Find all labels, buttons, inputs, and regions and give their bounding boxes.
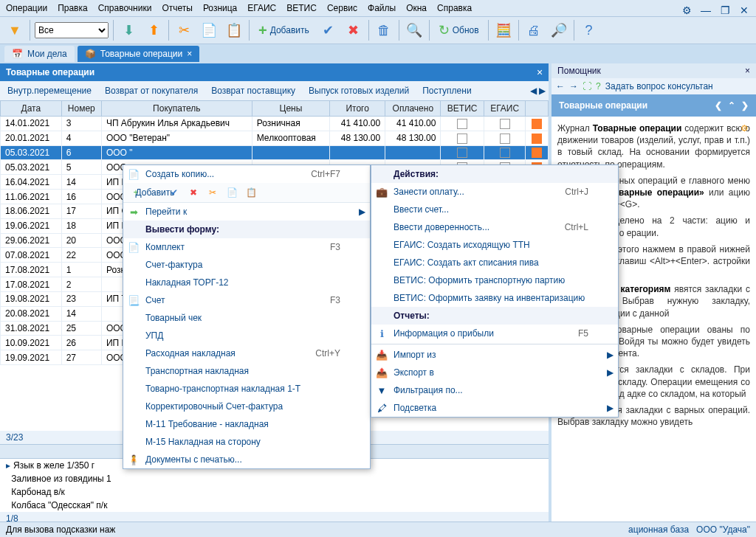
menu-item[interactable]: ВЕТИС <box>286 3 317 13</box>
refresh-button[interactable]: ↻Обнов <box>434 20 484 41</box>
subtab[interactable]: Поступлени <box>422 86 471 96</box>
grid-header[interactable]: Номер <box>61 101 101 117</box>
ctx-form-item[interactable]: Транспортная накладная <box>123 362 370 380</box>
ctx-action-item[interactable]: Ввести доверенность...Ctrl+L <box>371 218 618 236</box>
subtab[interactable]: Выпуск готовых изделий <box>309 86 409 96</box>
delete-icon[interactable]: ✖ <box>187 186 200 199</box>
minimize-icon[interactable]: — <box>698 3 713 18</box>
calc-icon[interactable]: 🧮 <box>493 20 514 41</box>
menu-item[interactable]: Справочники <box>98 3 152 13</box>
ctx-other-item[interactable]: 📤Экспорт в▶ <box>371 364 618 381</box>
trash-icon[interactable]: 🗑 <box>374 20 394 41</box>
ctx-form-item[interactable]: 📄КомплектF3 <box>123 238 370 256</box>
list-item[interactable]: Заливное из говядины 1 <box>0 472 549 485</box>
menu-item[interactable]: Окна <box>406 3 427 13</box>
ctx-action-item[interactable]: Ввести счет... <box>371 201 618 218</box>
menu-item[interactable]: Отчеты <box>162 3 192 13</box>
cut-icon[interactable]: ✂ <box>173 20 194 41</box>
help-icon[interactable]: ? <box>579 20 599 41</box>
grid-header[interactable]: Покупатель <box>101 101 252 117</box>
ctx-form-item[interactable]: Корректировочный Счет-фактура <box>123 398 370 415</box>
ctx-form-item[interactable]: Накладная ТОРГ-12 <box>123 274 370 291</box>
check-icon[interactable]: ✔ <box>318 20 339 41</box>
nav-right-icon[interactable]: ❯ <box>741 100 749 111</box>
close-help-icon[interactable]: × <box>745 66 750 76</box>
ctx-action-item[interactable]: ВЕТИС: Оформить транспортную партию <box>371 271 618 289</box>
ctx-form-item[interactable]: М-15 Накладная на сторону <box>123 433 370 451</box>
ctx-action-item[interactable]: 💼Занести оплату...Ctrl+J <box>371 183 618 201</box>
check-icon[interactable]: ✔ <box>168 186 181 199</box>
move-down-icon[interactable]: ⬇ <box>118 20 139 41</box>
grid-header[interactable] <box>526 101 549 117</box>
ctx-other-item[interactable]: 📥Импорт из▶ <box>371 346 618 364</box>
gear-icon[interactable]: ⚙ <box>679 3 694 18</box>
copy-icon[interactable]: 📄 <box>225 186 238 199</box>
copy-icon[interactable]: 📄 <box>199 20 219 41</box>
menu-item[interactable]: Файлы <box>368 3 396 13</box>
menu-item[interactable]: Правка <box>58 3 88 13</box>
ctx-action-item[interactable]: ВЕТИС: Оформить заявку на инвентаризацию <box>371 289 618 307</box>
subtab[interactable]: Внутр.перемещение <box>7 86 92 96</box>
subtab[interactable]: Возврат поставщику <box>211 86 295 96</box>
list-item[interactable]: Колбаса "Одесская" п/к <box>0 499 549 512</box>
subtab[interactable]: Возврат от покупателя <box>105 86 198 96</box>
cut-icon[interactable]: ✂ <box>206 186 219 199</box>
forward-icon[interactable]: → <box>569 81 578 91</box>
paste-icon[interactable]: 📋 <box>244 186 258 199</box>
back-icon[interactable]: ← <box>556 81 565 91</box>
tab-mydeals[interactable]: 📅Мои дела <box>4 46 75 62</box>
tab-goods-ops[interactable]: 📦Товарные операции× <box>78 46 199 62</box>
grid-header[interactable]: Цены <box>252 101 329 117</box>
print-icon[interactable]: 🖨 <box>523 20 544 41</box>
add-button[interactable]: +Добавить <box>254 20 314 41</box>
ctx-action-item[interactable]: ЕГАИС: Создать исходящую ТТН <box>371 236 618 254</box>
list-item[interactable]: Карбонад в/к <box>0 485 549 499</box>
settings-gear-icon[interactable]: ⚙ <box>740 122 749 134</box>
tab-close-icon[interactable]: × <box>187 49 192 59</box>
paste-icon[interactable]: 📋 <box>224 20 244 41</box>
close-icon[interactable]: ✕ <box>737 3 752 18</box>
scroll-right-icon[interactable]: ◀ ▶ <box>527 84 549 97</box>
ctx-form-item[interactable]: М-11 Требование - накладная <box>123 415 370 433</box>
type-select[interactable]: Все <box>35 22 109 38</box>
ctx-form-item[interactable]: Расходная накладнаяCtrl+Y <box>123 344 370 362</box>
preview-icon[interactable]: 🔎 <box>549 20 569 41</box>
table-row[interactable]: 14.01.20213ЧП Абрукин Илья АркадьевичРоз… <box>1 117 549 131</box>
ctx-action-item[interactable]: ЕГАИС: Создать акт списания пива <box>371 254 618 271</box>
ctx-form-item[interactable]: 🧍Документы с печатью... <box>123 451 370 468</box>
ctx-form-item[interactable]: Счет-фактура <box>123 256 370 274</box>
menu-item[interactable]: Операции <box>6 3 47 13</box>
table-row[interactable]: 20.01.20214ООО "Ветеран"Мелкооптовая48 1… <box>1 131 549 145</box>
expand-icon[interactable]: ⛶ <box>583 81 591 91</box>
ask-link[interactable]: Задать вопрос консультан <box>605 81 713 91</box>
status-bar: Для вызова подсказки наж ационная база О… <box>0 522 756 537</box>
nav-left-icon[interactable]: ❮ <box>715 100 722 111</box>
ctx-copy[interactable]: 📄Создать копию...Ctrl+F7 <box>123 165 370 183</box>
grid-header[interactable]: Оплачено <box>385 101 441 117</box>
close-panel-icon[interactable]: × <box>537 66 543 78</box>
menu-item[interactable]: Розница <box>203 3 237 13</box>
grid-header[interactable]: ВЕТИС <box>441 101 484 117</box>
grid-header[interactable]: Дата <box>1 101 62 117</box>
menu-item[interactable]: Сервис <box>327 3 357 13</box>
ctx-goto[interactable]: ➡Перейти к▶ <box>123 203 370 221</box>
ctx-report-item[interactable]: ℹИнформация о прибылиF5 <box>371 325 618 342</box>
nav-up-icon[interactable]: ⌃ <box>728 100 735 111</box>
ctx-other-item[interactable]: ▼Фильтрация по... <box>371 381 618 399</box>
maximize-icon[interactable]: ❐ <box>718 3 732 18</box>
ctx-form-item[interactable]: Товарно-транспортная накладная 1-Т <box>123 380 370 398</box>
grid-header[interactable]: ЕГАИС <box>484 101 526 117</box>
filter-icon[interactable]: ▼ <box>4 20 25 41</box>
search-icon[interactable]: 🔍 <box>404 20 425 41</box>
ctx-other-item[interactable]: 🖍Подсветка▶ <box>371 399 618 417</box>
ctx-form-item[interactable]: Товарный чек <box>123 309 370 327</box>
menu-item[interactable]: Справка <box>437 3 472 13</box>
ctx-form-item[interactable]: 📃СчетF3 <box>123 291 370 309</box>
delete-icon[interactable]: ✖ <box>343 20 364 41</box>
ctx-form-item[interactable]: УПД <box>123 327 370 344</box>
add-label[interactable]: Добавить <box>148 186 162 199</box>
grid-header[interactable]: Итого <box>330 101 385 117</box>
menu-item[interactable]: ЕГАИС <box>247 3 276 13</box>
move-up-icon[interactable]: ⬆ <box>143 20 164 41</box>
table-row[interactable]: 05.03.20216ООО " <box>1 145 549 160</box>
